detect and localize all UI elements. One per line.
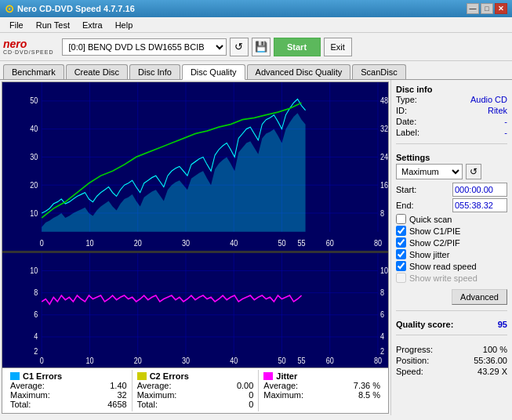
jitter-avg-value: 7.36 %	[354, 381, 380, 390]
app-icon: ⊙	[5, 2, 14, 15]
date-value: -	[504, 117, 507, 126]
upper-chart: 50 40 30 20 10 48 32 24 16 8 0 10	[2, 82, 388, 251]
svg-text:10: 10	[85, 356, 93, 365]
nero-brand: nero	[3, 38, 54, 49]
start-button[interactable]: Start	[274, 38, 321, 56]
svg-text:0: 0	[40, 356, 44, 365]
type-label: Type:	[396, 95, 417, 104]
show-jitter-label: Show jitter	[409, 250, 449, 259]
drive-select[interactable]: [0:0] BENQ DVD LS DW1655 BCIB	[62, 38, 227, 56]
speed-value: 43.29 X	[478, 367, 507, 376]
tab-disc-info[interactable]: Disc Info	[129, 64, 180, 79]
divider-3	[396, 335, 507, 335]
quick-scan-label: Quick scan	[409, 215, 452, 224]
label-label: Label:	[396, 128, 419, 137]
jitter-avg-label: Average:	[263, 381, 298, 390]
show-c1pie-checkbox[interactable]	[396, 226, 406, 236]
menu-run-test[interactable]: Run Test	[30, 19, 76, 31]
show-jitter-checkbox[interactable]	[396, 249, 406, 259]
close-button[interactable]: ✕	[495, 3, 507, 14]
svg-text:55: 55	[298, 356, 306, 365]
show-c2pif-checkbox[interactable]	[396, 237, 406, 248]
svg-text:8: 8	[34, 288, 38, 297]
maximize-button[interactable]: □	[481, 3, 493, 14]
show-write-speed-checkbox[interactable]	[396, 273, 406, 283]
side-panel: Disc info Type: Audio CD ID: Ritek Date:…	[390, 80, 512, 415]
svg-text:24: 24	[380, 152, 388, 161]
progress-value: 100 %	[483, 345, 507, 354]
menu-extra[interactable]: Extra	[76, 19, 109, 31]
menu-bar: File Run Test Extra Help	[0, 17, 512, 33]
toolbar: nero CD·DVD/SPEED [0:0] BENQ DVD LS DW16…	[0, 33, 512, 61]
svg-text:50: 50	[30, 96, 38, 106]
svg-text:60: 60	[326, 238, 334, 248]
title-bar: ⊙ Nero CD-DVD Speed 4.7.7.16 — □ ✕	[0, 0, 512, 17]
c1-total-value: 4658	[107, 400, 126, 409]
svg-text:20: 20	[30, 180, 38, 190]
jitter-label: Jitter	[276, 371, 297, 381]
minimize-button[interactable]: —	[467, 3, 479, 14]
quality-score-value: 95	[498, 320, 507, 329]
c2-label: C2 Errors	[150, 371, 189, 381]
advanced-button[interactable]: Advanced	[452, 289, 507, 305]
svg-text:8: 8	[380, 288, 384, 297]
divider-1	[396, 143, 507, 144]
jitter-color-box	[263, 372, 273, 380]
progress-section: Progress: 100 % Position: 55:36.00 Speed…	[396, 344, 507, 377]
c2-max-label: Maximum:	[137, 390, 177, 400]
svg-text:30: 30	[30, 152, 38, 161]
svg-text:80: 80	[374, 356, 382, 365]
exit-button[interactable]: Exit	[324, 38, 352, 56]
c1-avg-label: Average:	[10, 381, 45, 390]
svg-text:10: 10	[380, 266, 388, 275]
c1-label: C1 Errors	[23, 371, 62, 381]
start-label: Start:	[396, 185, 416, 194]
svg-text:20: 20	[134, 356, 142, 365]
nero-logo: nero CD·DVD/SPEED	[3, 38, 54, 55]
c1-avg-value: 1.40	[110, 381, 126, 390]
nero-sub: CD·DVD/SPEED	[3, 49, 54, 55]
start-time-input[interactable]	[452, 183, 507, 197]
c2-avg-value: 0.00	[237, 381, 253, 390]
menu-file[interactable]: File	[3, 19, 30, 31]
tab-create-disc[interactable]: Create Disc	[66, 64, 128, 79]
menu-help[interactable]: Help	[109, 19, 140, 31]
c2-color-box	[137, 372, 147, 380]
position-value: 55:36.00	[474, 356, 507, 365]
main-content: 50 40 30 20 10 48 32 24 16 8 0 10	[0, 80, 512, 415]
quick-scan-checkbox[interactable]	[396, 214, 406, 224]
settings-title: Settings	[396, 153, 507, 162]
divider-2	[396, 310, 507, 311]
c2-total-label: Total:	[137, 400, 158, 409]
svg-text:30: 30	[182, 238, 190, 248]
jitter-max-value: 8.5 %	[358, 390, 380, 400]
c2-total-value: 0	[249, 400, 253, 409]
svg-text:50: 50	[278, 356, 285, 365]
c1-max-value: 32	[117, 390, 126, 400]
speed-select[interactable]: Maximum	[396, 164, 463, 179]
show-read-speed-checkbox[interactable]	[396, 261, 406, 271]
svg-text:2: 2	[34, 347, 38, 357]
show-c1pie-label: Show C1/PIE	[409, 226, 460, 236]
tab-benchmark[interactable]: Benchmark	[3, 64, 64, 79]
svg-text:40: 40	[230, 238, 238, 248]
tab-scandisc[interactable]: ScanDisc	[352, 64, 405, 79]
c2-errors-stats: C2 Errors Average: 0.00 Maximum: 0 Total…	[133, 370, 260, 411]
label-value: -	[504, 128, 507, 137]
refresh-speed-button[interactable]: ↺	[466, 164, 481, 179]
stats-row: C1 Errors Average: 1.40 Maximum: 32 Tota…	[2, 368, 388, 413]
svg-text:50: 50	[278, 238, 285, 248]
show-write-speed-label: Show write speed	[409, 273, 478, 283]
save-button[interactable]: 💾	[252, 38, 271, 56]
tab-advanced-disc-quality[interactable]: Advanced Disc Quality	[247, 64, 351, 79]
show-read-speed-label: Show read speed	[409, 262, 477, 271]
svg-text:30: 30	[182, 356, 190, 365]
svg-text:48: 48	[380, 96, 388, 106]
tab-disc-quality[interactable]: Disc Quality	[182, 64, 245, 80]
c2-max-value: 0	[249, 390, 253, 400]
svg-text:40: 40	[230, 356, 238, 365]
c1-max-label: Maximum:	[10, 390, 50, 400]
svg-text:40: 40	[30, 124, 38, 133]
refresh-button[interactable]: ↺	[230, 38, 249, 56]
end-time-input[interactable]	[452, 198, 507, 212]
